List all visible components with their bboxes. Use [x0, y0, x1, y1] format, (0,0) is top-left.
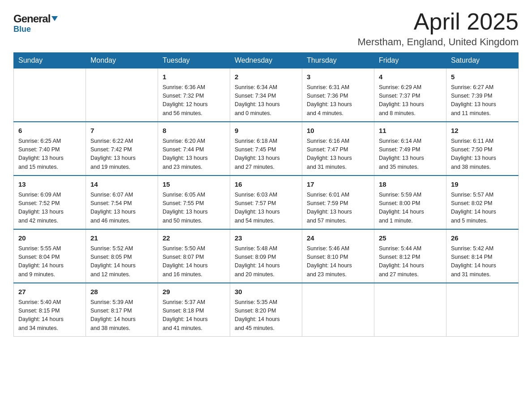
- day-number: 1: [163, 72, 225, 82]
- calendar-week-row: 6Sunrise: 6:25 AM Sunset: 7:40 PM Daylig…: [14, 122, 519, 176]
- table-row: 22Sunrise: 5:50 AM Sunset: 8:07 PM Dayli…: [158, 229, 230, 283]
- day-number: 28: [90, 287, 153, 297]
- day-number: 23: [235, 233, 297, 244]
- day-number: 27: [18, 287, 81, 297]
- day-info: Sunrise: 5:42 AM Sunset: 8:14 PM Dayligh…: [451, 244, 514, 279]
- day-info: Sunrise: 6:07 AM Sunset: 7:54 PM Dayligh…: [90, 191, 153, 226]
- day-info: Sunrise: 5:50 AM Sunset: 8:07 PM Dayligh…: [163, 244, 225, 279]
- day-number: 3: [307, 72, 369, 82]
- logo-general-text: General: [13, 13, 50, 25]
- day-info: Sunrise: 6:29 AM Sunset: 7:37 PM Dayligh…: [379, 83, 442, 118]
- day-number: 7: [90, 126, 153, 136]
- table-row: 23Sunrise: 5:48 AM Sunset: 8:09 PM Dayli…: [230, 229, 302, 283]
- day-info: Sunrise: 6:36 AM Sunset: 7:32 PM Dayligh…: [163, 83, 225, 118]
- day-info: Sunrise: 5:44 AM Sunset: 8:12 PM Dayligh…: [379, 244, 442, 279]
- day-number: 4: [379, 72, 442, 82]
- table-row: [446, 283, 519, 337]
- day-info: Sunrise: 6:16 AM Sunset: 7:47 PM Dayligh…: [307, 137, 369, 172]
- day-number: 17: [307, 180, 369, 190]
- calendar-table: Sunday Monday Tuesday Wednesday Thursday…: [13, 52, 519, 337]
- col-wednesday: Wednesday: [230, 53, 302, 68]
- table-row: 18Sunrise: 5:59 AM Sunset: 8:00 PM Dayli…: [374, 176, 446, 229]
- day-info: Sunrise: 5:52 AM Sunset: 8:05 PM Dayligh…: [90, 244, 153, 279]
- day-info: Sunrise: 6:27 AM Sunset: 7:39 PM Dayligh…: [451, 83, 514, 118]
- day-info: Sunrise: 5:57 AM Sunset: 8:02 PM Dayligh…: [451, 191, 514, 226]
- table-row: 20Sunrise: 5:55 AM Sunset: 8:04 PM Dayli…: [14, 229, 86, 283]
- day-info: Sunrise: 6:11 AM Sunset: 7:50 PM Dayligh…: [451, 137, 514, 172]
- day-info: Sunrise: 6:22 AM Sunset: 7:42 PM Dayligh…: [90, 137, 153, 172]
- table-row: [302, 283, 374, 337]
- day-number: 22: [163, 233, 225, 244]
- day-number: 16: [235, 180, 297, 190]
- day-number: 14: [90, 180, 153, 190]
- calendar-week-row: 27Sunrise: 5:40 AM Sunset: 8:15 PM Dayli…: [14, 283, 519, 337]
- table-row: 14Sunrise: 6:07 AM Sunset: 7:54 PM Dayli…: [86, 176, 158, 229]
- logo-blue-text: Blue: [13, 25, 31, 33]
- day-number: 5: [451, 72, 514, 82]
- col-friday: Friday: [374, 53, 446, 68]
- table-row: 8Sunrise: 6:20 AM Sunset: 7:44 PM Daylig…: [158, 122, 230, 176]
- day-info: Sunrise: 6:03 AM Sunset: 7:57 PM Dayligh…: [235, 191, 297, 226]
- day-number: 9: [235, 126, 297, 136]
- day-info: Sunrise: 6:25 AM Sunset: 7:40 PM Dayligh…: [18, 137, 81, 172]
- table-row: 21Sunrise: 5:52 AM Sunset: 8:05 PM Dayli…: [86, 229, 158, 283]
- table-row: 11Sunrise: 6:14 AM Sunset: 7:49 PM Dayli…: [374, 122, 446, 176]
- table-row: 28Sunrise: 5:39 AM Sunset: 8:17 PM Dayli…: [86, 283, 158, 337]
- day-number: 30: [235, 287, 297, 297]
- table-row: 6Sunrise: 6:25 AM Sunset: 7:40 PM Daylig…: [14, 122, 86, 176]
- day-number: 25: [379, 233, 442, 244]
- calendar-week-row: 13Sunrise: 6:09 AM Sunset: 7:52 PM Dayli…: [14, 176, 519, 229]
- table-row: 2Sunrise: 6:34 AM Sunset: 7:34 PM Daylig…: [230, 68, 302, 122]
- title-area: April 2025 Merstham, England, United Kin…: [357, 9, 519, 48]
- table-row: [86, 68, 158, 122]
- table-row: 17Sunrise: 6:01 AM Sunset: 7:59 PM Dayli…: [302, 176, 374, 229]
- table-row: 13Sunrise: 6:09 AM Sunset: 7:52 PM Dayli…: [14, 176, 86, 229]
- day-number: 10: [307, 126, 369, 136]
- day-number: 20: [18, 233, 81, 244]
- table-row: 3Sunrise: 6:31 AM Sunset: 7:36 PM Daylig…: [302, 68, 374, 122]
- col-sunday: Sunday: [14, 53, 86, 68]
- day-info: Sunrise: 5:59 AM Sunset: 8:00 PM Dayligh…: [379, 191, 442, 226]
- table-row: 15Sunrise: 6:05 AM Sunset: 7:55 PM Dayli…: [158, 176, 230, 229]
- day-number: 26: [451, 233, 514, 244]
- col-monday: Monday: [86, 53, 158, 68]
- col-tuesday: Tuesday: [158, 53, 230, 68]
- table-row: 12Sunrise: 6:11 AM Sunset: 7:50 PM Dayli…: [446, 122, 519, 176]
- calendar-header-row: Sunday Monday Tuesday Wednesday Thursday…: [14, 53, 519, 68]
- day-info: Sunrise: 5:39 AM Sunset: 8:17 PM Dayligh…: [90, 298, 153, 333]
- table-row: 10Sunrise: 6:16 AM Sunset: 7:47 PM Dayli…: [302, 122, 374, 176]
- day-number: 11: [379, 126, 442, 136]
- table-row: 7Sunrise: 6:22 AM Sunset: 7:42 PM Daylig…: [86, 122, 158, 176]
- table-row: 1Sunrise: 6:36 AM Sunset: 7:32 PM Daylig…: [158, 68, 230, 122]
- page-subtitle: Merstham, England, United Kingdom: [357, 36, 519, 48]
- day-number: 8: [163, 126, 225, 136]
- day-number: 24: [307, 233, 369, 244]
- day-number: 13: [18, 180, 81, 190]
- table-row: 19Sunrise: 5:57 AM Sunset: 8:02 PM Dayli…: [446, 176, 519, 229]
- day-info: Sunrise: 6:14 AM Sunset: 7:49 PM Dayligh…: [379, 137, 442, 172]
- day-info: Sunrise: 6:18 AM Sunset: 7:45 PM Dayligh…: [235, 137, 297, 172]
- page-header: General Blue April 2025 Merstham, Englan…: [13, 9, 519, 48]
- page-title: April 2025: [357, 9, 519, 34]
- table-row: 29Sunrise: 5:37 AM Sunset: 8:18 PM Dayli…: [158, 283, 230, 337]
- table-row: 5Sunrise: 6:27 AM Sunset: 7:39 PM Daylig…: [446, 68, 519, 122]
- table-row: 16Sunrise: 6:03 AM Sunset: 7:57 PM Dayli…: [230, 176, 302, 229]
- day-number: 18: [379, 180, 442, 190]
- table-row: 26Sunrise: 5:42 AM Sunset: 8:14 PM Dayli…: [446, 229, 519, 283]
- day-number: 12: [451, 126, 514, 136]
- day-info: Sunrise: 5:55 AM Sunset: 8:04 PM Dayligh…: [18, 244, 81, 279]
- table-row: 25Sunrise: 5:44 AM Sunset: 8:12 PM Dayli…: [374, 229, 446, 283]
- day-info: Sunrise: 5:35 AM Sunset: 8:20 PM Dayligh…: [235, 298, 297, 333]
- table-row: 30Sunrise: 5:35 AM Sunset: 8:20 PM Dayli…: [230, 283, 302, 337]
- day-number: 15: [163, 180, 225, 190]
- day-number: 29: [163, 287, 225, 297]
- day-number: 19: [451, 180, 514, 190]
- day-info: Sunrise: 6:05 AM Sunset: 7:55 PM Dayligh…: [163, 191, 225, 226]
- col-thursday: Thursday: [302, 53, 374, 68]
- day-info: Sunrise: 6:20 AM Sunset: 7:44 PM Dayligh…: [163, 137, 225, 172]
- table-row: 27Sunrise: 5:40 AM Sunset: 8:15 PM Dayli…: [14, 283, 86, 337]
- day-info: Sunrise: 5:46 AM Sunset: 8:10 PM Dayligh…: [307, 244, 369, 279]
- day-number: 6: [18, 126, 81, 136]
- day-info: Sunrise: 6:01 AM Sunset: 7:59 PM Dayligh…: [307, 191, 369, 226]
- calendar-week-row: 20Sunrise: 5:55 AM Sunset: 8:04 PM Dayli…: [14, 229, 519, 283]
